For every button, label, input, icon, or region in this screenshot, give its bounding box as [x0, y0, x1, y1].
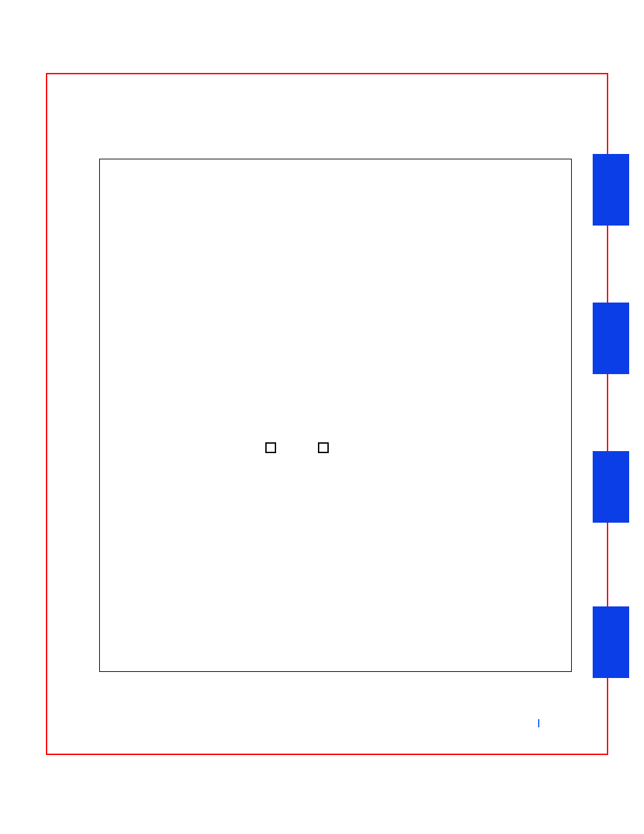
marker-square-right — [318, 442, 329, 453]
side-tab-2 — [593, 303, 629, 374]
side-tab-1 — [593, 154, 629, 226]
marker-square-left — [265, 442, 276, 453]
side-tab-4 — [593, 606, 629, 678]
inner-frame — [99, 159, 572, 672]
side-tab-3 — [593, 451, 629, 523]
tick-mark — [538, 719, 539, 727]
